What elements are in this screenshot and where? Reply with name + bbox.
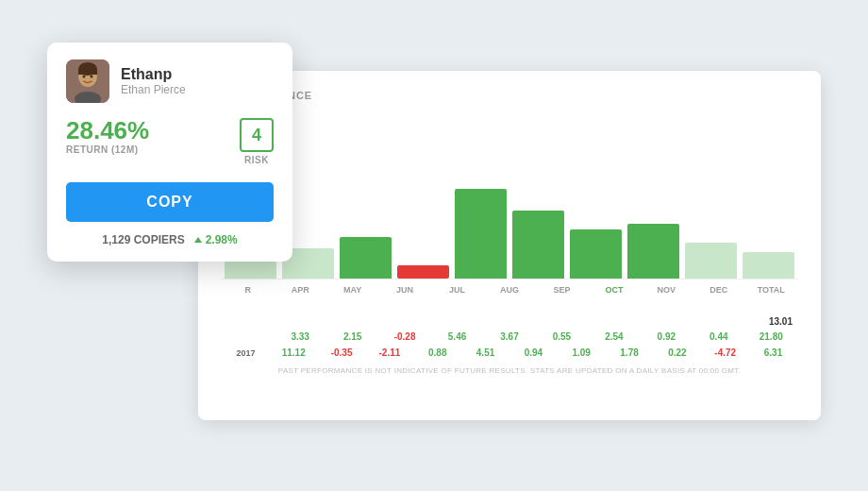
cell-2017-dec: -4.72	[704, 347, 746, 358]
avatar	[66, 59, 109, 103]
label-total: TOTAL	[748, 285, 794, 295]
bar-may	[340, 237, 392, 279]
copy-button[interactable]: COPY	[66, 182, 274, 222]
fullname: Ethan Pierce	[121, 83, 186, 96]
stats-section: 28.46% RETURN (12M) 4 RISK	[66, 118, 274, 165]
label-oct: OCT	[591, 285, 637, 295]
disclaimer: PAST PERFORMANCE IS NOT INDICATIVE OF FU…	[221, 366, 798, 375]
label-aug: AUG	[486, 285, 532, 295]
label-may: MAY	[329, 285, 376, 295]
cell-2018-sep: 0.55	[539, 331, 585, 342]
label-jun: JUN	[381, 285, 427, 295]
cell-2017-sep: 1.09	[560, 347, 603, 358]
profile-names: Ethanp Ethan Pierce	[121, 66, 186, 96]
bar-group-oct	[627, 224, 679, 279]
label-apr: APR	[276, 285, 323, 295]
bar-jul	[455, 189, 507, 279]
bar-aug	[512, 211, 564, 279]
chart-labels: R APR MAY JUN JUL AUG SEP OCT NOV DEC TO…	[221, 281, 798, 295]
label-nov: NOV	[643, 285, 690, 295]
data-row-2017: 2017 11.12 -0.35 -2.11 0.88 4.51 0.94 1.…	[221, 345, 798, 361]
return-value: 28.46%	[66, 118, 149, 143]
cell-2017-may: -2.11	[368, 347, 410, 358]
cell-2017-nov: 0.22	[656, 347, 698, 358]
copiers-row: 1,129 COPIERS 2.98%	[66, 233, 274, 246]
risk-label: RISK	[244, 155, 269, 165]
cell-2017-mar: 11.12	[273, 347, 315, 358]
bar-group-jun	[397, 265, 449, 279]
risk-badge: 4	[240, 118, 274, 152]
performance-title: PERFORMANCE	[221, 90, 798, 101]
username: Ethanp	[121, 66, 186, 83]
bar-group-jul	[455, 189, 507, 279]
label-mar: R	[225, 285, 271, 295]
bar-nov	[685, 243, 737, 279]
copiers-count: 1,129 COPIERS	[102, 233, 184, 246]
bar-sep	[570, 229, 622, 279]
cell-2018-apr: 3.33	[276, 331, 323, 342]
cell-2018-may: 2.15	[329, 331, 376, 342]
label-jul: JUL	[434, 285, 480, 295]
risk-section: 4 RISK	[240, 118, 274, 165]
profile-card: Ethanp Ethan Pierce 28.46% RETURN (12M) …	[47, 42, 292, 262]
cell-2017-jul: 4.51	[464, 347, 507, 358]
data-row-2018: 3.33 2.15 -0.28 5.46 3.67 0.55 2.54 0.92…	[221, 329, 798, 345]
bar-group-dec	[743, 252, 794, 279]
cell-2017-aug: 0.94	[512, 347, 555, 358]
cell-2017-total: 6.31	[752, 347, 794, 358]
cell-2017-oct: 1.78	[609, 347, 651, 358]
cell-2018-total: 21.80	[748, 331, 794, 342]
total-right-value: 13.01	[769, 316, 793, 327]
return-section: 28.46% RETURN (12M)	[66, 118, 149, 155]
arrow-up-icon	[194, 237, 202, 243]
bar-group-may	[340, 237, 392, 279]
bar-group-sep	[570, 229, 622, 279]
svg-point-5	[83, 76, 86, 78]
return-label: RETURN (12M)	[66, 144, 149, 155]
chart-area: R APR MAY JUN JUL AUG SEP OCT NOV DEC TO…	[221, 109, 798, 316]
chart-baseline	[221, 279, 798, 279]
label-dec: DEC	[695, 285, 742, 295]
cell-2018-nov: 0.92	[643, 331, 690, 342]
svg-point-6	[91, 76, 93, 78]
cell-2018-aug: 3.67	[486, 331, 532, 342]
cell-2017-jun: 0.88	[416, 347, 459, 358]
copiers-change: 2.98%	[194, 233, 238, 246]
bar-jun-neg	[397, 265, 449, 279]
cell-2018-jun: -0.28	[381, 331, 427, 342]
bar-group-nov	[685, 243, 737, 279]
bar-oct	[627, 224, 679, 279]
total-row: 13.01	[221, 316, 798, 327]
cell-2018-jul: 5.46	[434, 331, 480, 342]
svg-rect-3	[78, 69, 97, 75]
chart-bars	[221, 109, 798, 279]
copiers-change-value: 2.98%	[206, 233, 238, 246]
row-2017-label: 2017	[225, 348, 267, 358]
label-sep: SEP	[539, 285, 585, 295]
bar-group-aug	[512, 211, 564, 279]
cell-2017-apr: -0.35	[321, 347, 363, 358]
cell-2018-oct: 2.54	[591, 331, 637, 342]
profile-header: Ethanp Ethan Pierce	[66, 59, 274, 103]
bar-dec	[743, 252, 794, 279]
cell-2018-dec: 0.44	[695, 331, 742, 342]
